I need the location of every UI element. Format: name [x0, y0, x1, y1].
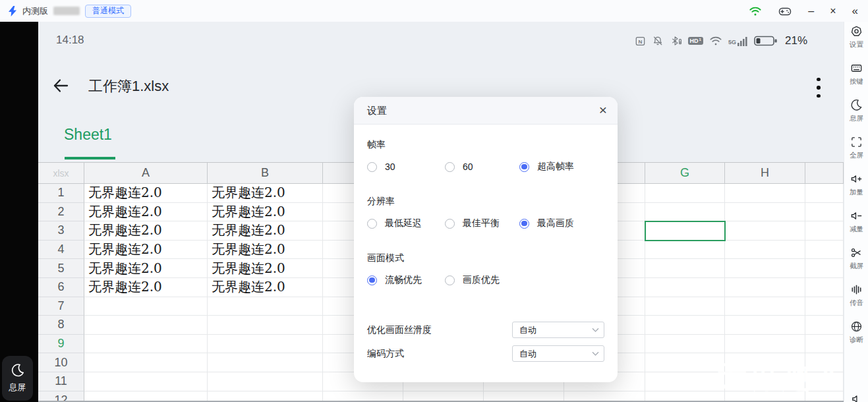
- sidebar-item-keys[interactable]: 按键: [844, 61, 868, 86]
- cell-x2[interactable]: [805, 203, 844, 222]
- sidebar-item-diagnosis[interactable]: 诊断: [844, 320, 868, 345]
- cell-A1[interactable]: 无界趣连2.0: [84, 184, 208, 203]
- cell-x8[interactable]: [805, 316, 844, 335]
- corner-cell[interactable]: xlsx: [38, 163, 84, 184]
- cell-H7[interactable]: [725, 297, 805, 316]
- sidebar-item-fullscreen[interactable]: 全屏: [844, 135, 868, 160]
- cell-B9[interactable]: [208, 335, 323, 354]
- row-header-6[interactable]: 6: [38, 278, 84, 297]
- cell-G2[interactable]: [645, 203, 725, 222]
- radio-selected-icon[interactable]: [367, 275, 377, 285]
- dialog-close-button[interactable]: ×: [599, 102, 607, 118]
- radio-option-超高帧率[interactable]: 超高帧率: [519, 160, 574, 173]
- cell-G4[interactable]: [645, 241, 725, 260]
- radio-option-最高画质[interactable]: 最高画质: [519, 217, 574, 230]
- cell-H9[interactable]: [725, 335, 805, 354]
- cell-A4[interactable]: 无界趣连2.0: [84, 241, 208, 260]
- radio-icon[interactable]: [445, 162, 455, 172]
- cell-H3[interactable]: [725, 221, 805, 241]
- column-header-cut[interactable]: [805, 163, 844, 184]
- cell-G5[interactable]: [645, 259, 725, 278]
- radio-selected-icon[interactable]: [519, 162, 529, 172]
- row-header-10[interactable]: 10: [38, 353, 84, 372]
- collapse-sidebar-button[interactable]: «: [852, 5, 857, 16]
- radio-option-30[interactable]: 30: [367, 160, 395, 173]
- radio-option-流畅优先[interactable]: 流畅优先: [367, 273, 422, 287]
- cell-H5[interactable]: [725, 259, 805, 278]
- minimize-button[interactable]: –: [808, 6, 814, 16]
- overflow-menu-button[interactable]: [813, 74, 824, 101]
- sidebar-item-audio[interactable]: 传音: [844, 283, 868, 308]
- cell-B1[interactable]: 无界趣连2.0: [208, 184, 323, 203]
- radio-icon[interactable]: [445, 219, 455, 229]
- cell-x3[interactable]: [805, 221, 844, 241]
- cell-B3[interactable]: 无界趣连2.0: [208, 221, 323, 241]
- cell-B7[interactable]: [208, 297, 323, 316]
- sidebar-item-screenshot[interactable]: 截屏: [844, 246, 868, 271]
- radio-icon[interactable]: [445, 275, 455, 285]
- mode-badge[interactable]: 普通模式: [85, 5, 131, 18]
- radio-selected-icon[interactable]: [519, 219, 529, 229]
- radio-option-最低延迟[interactable]: 最低延迟: [367, 217, 422, 230]
- cell-A2[interactable]: 无界趣连2.0: [84, 203, 208, 222]
- radio-icon[interactable]: [367, 162, 377, 172]
- column-header-A[interactable]: A: [84, 163, 208, 184]
- cell-A5[interactable]: 无界趣连2.0: [84, 259, 208, 278]
- row-header-4[interactable]: 4: [38, 241, 84, 260]
- cell-A11[interactable]: [84, 372, 208, 391]
- cell-G6[interactable]: [645, 278, 725, 297]
- cell-G10[interactable]: [645, 353, 725, 372]
- sidebar-item-screen-off[interactable]: 息屏: [844, 98, 868, 123]
- row-header-1[interactable]: 1: [38, 184, 84, 203]
- cell-G8[interactable]: [645, 316, 725, 335]
- cell-H2[interactable]: [725, 203, 805, 222]
- cell-A7[interactable]: [84, 297, 208, 316]
- sidebar-item-volume-up[interactable]: 加量: [844, 172, 868, 197]
- cell-x9[interactable]: [805, 335, 844, 354]
- row-header-5[interactable]: 5: [38, 259, 84, 278]
- cell-B4[interactable]: 无界趣连2.0: [208, 241, 323, 260]
- dropdown-2[interactable]: 自动: [512, 345, 604, 362]
- cell-H1[interactable]: [725, 184, 805, 203]
- cell-B10[interactable]: [208, 353, 323, 372]
- column-header-B[interactable]: B: [208, 163, 323, 184]
- cell-B6[interactable]: 无界趣连2.0: [208, 278, 323, 297]
- cell-H4[interactable]: [725, 241, 805, 260]
- radio-icon[interactable]: [367, 219, 377, 229]
- cell-H8[interactable]: [725, 316, 805, 335]
- cell-x7[interactable]: [805, 297, 844, 316]
- cell-x5[interactable]: [805, 259, 844, 278]
- column-header-G[interactable]: G: [645, 163, 725, 184]
- radio-option-画质优先[interactable]: 画质优先: [445, 273, 500, 287]
- row-header-8[interactable]: 8: [38, 316, 84, 335]
- cell-x4[interactable]: [805, 241, 844, 260]
- radio-option-最佳平衡[interactable]: 最佳平衡: [445, 217, 500, 230]
- cell-B5[interactable]: 无界趣连2.0: [208, 259, 323, 278]
- selected-cell-G3[interactable]: [645, 221, 726, 241]
- cell-x6[interactable]: [805, 278, 844, 297]
- row-header-2[interactable]: 2: [38, 203, 84, 222]
- cell-G1[interactable]: [645, 184, 725, 203]
- cell-A8[interactable]: [84, 316, 208, 335]
- row-header-9[interactable]: 9: [38, 335, 84, 354]
- row-header-7[interactable]: 7: [38, 297, 84, 316]
- back-arrow-button[interactable]: [51, 77, 70, 94]
- cell-x1[interactable]: [805, 184, 844, 203]
- row-header-3[interactable]: 3: [38, 221, 84, 241]
- cell-A3[interactable]: 无界趣连2.0: [84, 221, 208, 241]
- close-window-button[interactable]: ×: [830, 6, 836, 16]
- dropdown-1[interactable]: 自动: [512, 322, 604, 338]
- sidebar-item-volume-down[interactable]: 减量: [844, 209, 868, 234]
- cell-A10[interactable]: [84, 353, 208, 372]
- screen-off-floating-button[interactable]: 息屏: [2, 356, 33, 401]
- radio-option-60[interactable]: 60: [445, 160, 473, 173]
- cell-B11[interactable]: [208, 372, 323, 391]
- cell-A9[interactable]: [84, 335, 208, 354]
- cell-G11[interactable]: [645, 372, 725, 391]
- row-header-11[interactable]: 11: [38, 372, 84, 391]
- sidebar-item-settings[interactable]: 设置: [844, 24, 868, 49]
- cell-B2[interactable]: 无界趣连2.0: [208, 203, 323, 222]
- gamepad-icon[interactable]: [778, 4, 792, 18]
- cell-A6[interactable]: 无界趣连2.0: [84, 278, 208, 297]
- cell-G9[interactable]: [645, 335, 725, 354]
